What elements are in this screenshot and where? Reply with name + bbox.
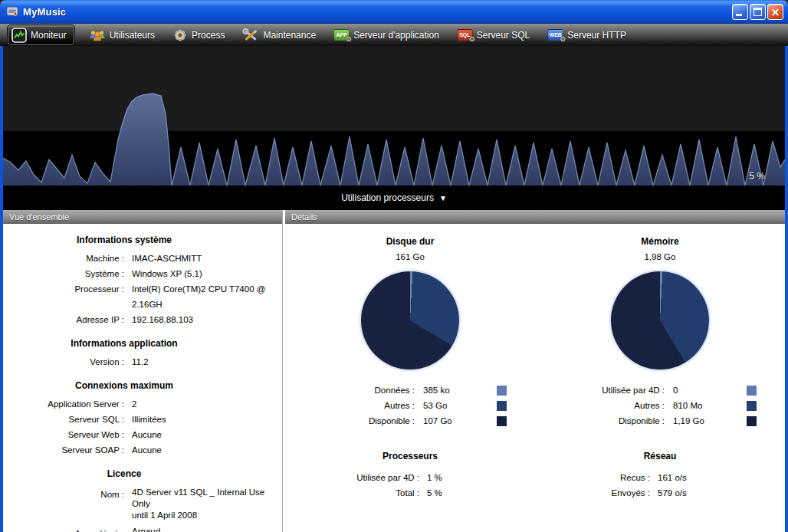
tab-moniteur[interactable]: Moniteur (8, 25, 74, 45)
legend-swatch (497, 416, 507, 426)
close-button[interactable] (767, 4, 783, 20)
tab-serveur-http[interactable]: WEB ⚙ Serveur HTTP (544, 28, 629, 42)
stat-row-recus: Recus : 161 o/s (535, 470, 785, 485)
memory-total: 1,98 Go (535, 252, 785, 261)
stat-row-cpu-4d: Utilisée par 4D : 1 % (285, 470, 535, 485)
window-content: 5 % Utilisation processeurs ▼ Vue d'ense… (0, 46, 788, 532)
legend-swatch (497, 401, 507, 411)
info-row-licence-nom: Nom : 4D Server v11 SQL _ Internal Use O… (3, 484, 282, 524)
http-server-icon: WEB ⚙ (547, 29, 563, 41)
info-row-systeme: Système : Windows XP (5.1) (3, 266, 282, 281)
details-panel: Détails Disque dur 161 Go Données : 385 … (285, 210, 785, 532)
overview-panel-header: Vue d'ensemble (3, 210, 282, 224)
minimize-icon (736, 14, 742, 16)
tab-label: Serveur HTTP (567, 30, 626, 41)
window-title: MyMusic (23, 6, 732, 18)
tools-icon (242, 28, 259, 43)
info-row-adresse-ip: Adresse IP : 192.168.88.103 (3, 312, 282, 327)
info-row-licence-accordee: Accordée à : Arnaud 4D SAS (3, 524, 282, 532)
sql-server-icon: SQL ⚙ (457, 29, 473, 41)
info-row-serveur-web: Serveur Web : Aucune (3, 427, 282, 442)
tab-label: Maintenance (263, 30, 316, 41)
legend-swatch (497, 386, 507, 396)
graph-selector-dropdown[interactable]: Utilisation processeurs ▼ (3, 186, 785, 210)
tab-utilisateurs[interactable]: Utilisateurs (86, 26, 158, 44)
disk-column: Disque dur 161 Go Données : 385 ko (285, 224, 535, 501)
info-row-serveur-soap: Serveur SOAP : Aucune (3, 442, 282, 458)
info-row-processeur: Processeur : Intel(R) Core(TM)2 CPU T740… (3, 281, 282, 312)
overview-panel: Vue d'ensemble Informations système Mach… (3, 210, 282, 532)
app-server-icon: APP ⚙ (333, 29, 350, 41)
processors-stats: Utilisée par 4D : 1 % Total : 5 % (285, 470, 535, 501)
cpu-usage-graph: 5 % (3, 46, 785, 186)
legend-row-disponible: Disponible : 107 Go (307, 413, 535, 429)
app-icon (6, 5, 18, 18)
panels-row: Vue d'ensemble Informations système Mach… (3, 210, 785, 532)
details-panel-body: Disque dur 161 Go Données : 385 ko (285, 224, 785, 532)
mini-gear-icon: ⚙ (469, 35, 475, 43)
network-stats: Recus : 161 o/s Envoyés : 579 o/s (535, 470, 785, 501)
details-panel-header: Détails (285, 210, 785, 224)
memory-pie-chart (611, 271, 709, 369)
section-title-licence: Licence (3, 468, 245, 479)
section-title-connexions: Connexions maximum (3, 380, 245, 391)
disk-title: Disque dur (285, 236, 535, 247)
info-row-application-server: Application Server : 2 (3, 396, 282, 412)
network-title: Réseau (535, 451, 785, 461)
users-icon (89, 28, 106, 43)
memory-column: Mémoire 1,98 Go Utilisée par 4D : 0 (535, 224, 785, 501)
main-toolbar: Moniteur Utilisateurs (0, 23, 788, 46)
stat-row-envoyes: Envoyés : 579 o/s (535, 485, 785, 501)
legend-row-autres: Autres : 810 Mo (557, 398, 785, 413)
tab-label: Moniteur (31, 30, 67, 41)
tab-serveur-sql[interactable]: SQL ⚙ Serveur SQL (454, 28, 533, 42)
tab-label: Utilisateurs (110, 30, 155, 41)
tab-process[interactable]: Process (169, 26, 228, 44)
legend-swatch (747, 416, 757, 426)
processors-title: Processeurs (285, 451, 535, 461)
monitor-chart-icon (11, 28, 27, 43)
disk-pie-chart (361, 271, 459, 369)
legend-row-donnees: Données : 385 ko (307, 383, 535, 398)
section-title-system: Informations système (3, 235, 245, 245)
legend-swatch (747, 401, 757, 411)
maximize-button[interactable] (750, 4, 766, 20)
memory-legend: Utilisée par 4D : 0 Autres : 810 Mo (535, 383, 785, 429)
tab-maintenance[interactable]: Maintenance (239, 26, 319, 44)
legend-row-disponible: Disponible : 1,19 Go (557, 413, 785, 429)
mini-gear-icon: ⚙ (560, 35, 566, 43)
tab-label: Serveur d'application (353, 30, 439, 41)
disk-total: 161 Go (285, 252, 535, 261)
chevron-down-icon: ▼ (439, 194, 447, 202)
graph-selector-label: Utilisation processeurs (341, 192, 434, 203)
cpu-current-value: 5 % (749, 171, 765, 182)
info-row-machine: Machine : IMAC-ASCHMITT (3, 251, 282, 266)
tab-serveur-application[interactable]: APP ⚙ Serveur d'application (330, 28, 442, 42)
title-bar[interactable]: MyMusic (0, 0, 788, 23)
app-window: MyMusic Moniteur (0, 0, 788, 532)
gear-icon (172, 28, 188, 43)
overview-panel-body: Informations système Machine : IMAC-ASCH… (3, 224, 282, 532)
disk-legend: Données : 385 ko Autres : 53 Go (285, 383, 535, 429)
info-row-serveur-sql: Serveur SQL : Illimitées (3, 412, 282, 427)
legend-swatch (747, 386, 757, 396)
section-title-application: Informations application (3, 338, 245, 349)
info-row-version: Version : 11.2 (3, 354, 282, 369)
mini-gear-icon: ⚙ (346, 35, 352, 43)
legend-row-autres: Autres : 53 Go (307, 398, 535, 413)
memory-title: Mémoire (535, 236, 785, 247)
stat-row-cpu-total: Total : 5 % (285, 485, 535, 501)
legend-row-utilisee-4d: Utilisée par 4D : 0 (557, 383, 785, 398)
tab-label: Process (192, 30, 225, 41)
maximize-icon (754, 8, 762, 16)
tab-label: Serveur SQL (477, 30, 530, 41)
minimize-button[interactable] (732, 4, 748, 20)
